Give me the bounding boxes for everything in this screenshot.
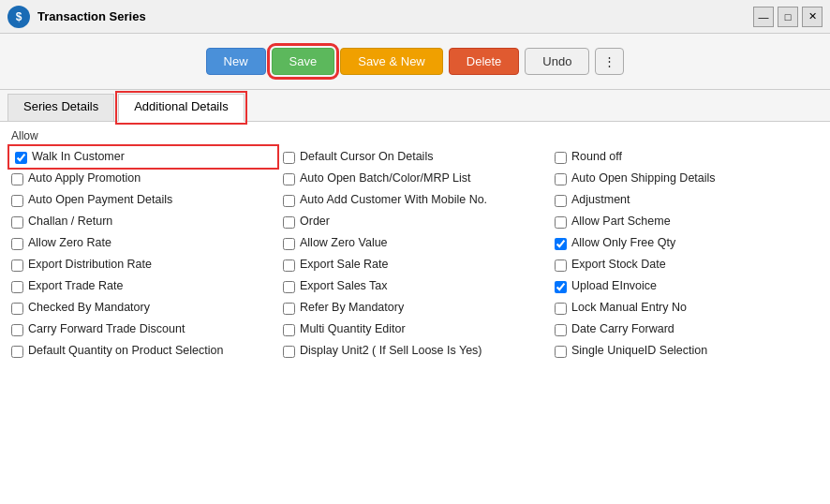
save-button[interactable]: Save [272, 48, 335, 75]
section-allow-label: Allow [11, 129, 819, 142]
checkbox-label-allow-zero-value: Allow Zero Value [300, 236, 388, 249]
checkbox-item-export-stock-date: Export Stock Date [555, 256, 819, 274]
window-controls: — □ ✕ [753, 7, 823, 27]
checkbox-label-round-off: Round off [571, 150, 622, 163]
checkboxes-grid: Walk In CustomerDefault Cursor On Detail… [11, 148, 819, 360]
checkbox-item-auto-add-customer-mobile: Auto Add Customer With Mobile No. [283, 191, 547, 209]
checkbox-item-auto-open-shipping-details: Auto Open Shipping Details [555, 170, 819, 187]
checkbox-item-upload-einvoice: Upload EInvoice [555, 277, 819, 295]
checkbox-label-order: Order [300, 215, 330, 228]
more-button[interactable]: ⋮ [595, 48, 624, 75]
checkbox-item-checked-by-mandatory: Checked By Mandatory [11, 299, 275, 317]
tabs: Series Details Additional Details [0, 90, 830, 122]
checkbox-allow-zero-rate[interactable] [11, 238, 23, 250]
checkbox-item-auto-open-payment-details: Auto Open Payment Details [11, 191, 275, 209]
delete-button[interactable]: Delete [449, 48, 520, 75]
checkbox-label-allow-part-scheme: Allow Part Scheme [571, 215, 671, 228]
checkbox-item-export-trade-rate: Export Trade Rate [11, 277, 275, 295]
checkbox-item-carry-forward-trade-discount: Carry Forward Trade Discount [11, 320, 275, 338]
save-new-button[interactable]: Save & New [340, 48, 443, 75]
checkbox-upload-einvoice[interactable] [555, 281, 567, 293]
checkbox-refer-by-mandatory[interactable] [283, 303, 295, 315]
checkbox-item-allow-zero-rate: Allow Zero Rate [11, 234, 275, 252]
tab-additional-details[interactable]: Additional Details [118, 94, 244, 122]
checkbox-label-export-stock-date: Export Stock Date [571, 258, 666, 271]
checkbox-challan-return[interactable] [11, 216, 23, 229]
checkbox-export-distribution-rate[interactable] [11, 259, 23, 272]
checkbox-label-adjustment: Adjustment [571, 193, 630, 206]
checkbox-label-challan-return: Challan / Return [28, 215, 112, 228]
checkbox-walk-in-customer[interactable] [15, 152, 27, 164]
checkbox-item-auto-open-batch-color-mrp: Auto Open Batch/Color/MRP List [283, 170, 547, 187]
checkbox-label-export-trade-rate: Export Trade Rate [28, 279, 123, 292]
checkbox-label-auto-apply-promotion: Auto Apply Promotion [28, 171, 141, 185]
checkbox-label-walk-in-customer: Walk In Customer [32, 150, 125, 163]
checkbox-order[interactable] [283, 216, 295, 229]
app-logo: $ [7, 6, 30, 28]
checkbox-label-export-distribution-rate: Export Distribution Rate [28, 258, 152, 271]
checkbox-item-export-distribution-rate: Export Distribution Rate [11, 256, 275, 274]
maximize-button[interactable]: □ [778, 7, 798, 27]
checkbox-label-export-sale-rate: Export Sale Rate [300, 258, 389, 271]
tab-series-details[interactable]: Series Details [7, 94, 114, 121]
checkbox-export-sale-rate[interactable] [283, 259, 295, 272]
checkbox-date-carry-forward[interactable] [555, 324, 567, 336]
checkbox-label-auto-open-shipping-details: Auto Open Shipping Details [571, 171, 716, 185]
checkbox-label-date-carry-forward: Date Carry Forward [571, 322, 674, 335]
checkbox-label-allow-zero-rate: Allow Zero Rate [28, 236, 111, 249]
checkbox-label-auto-open-batch-color-mrp: Auto Open Batch/Color/MRP List [300, 171, 471, 185]
checkbox-label-display-unit2: Display Unit2 ( If Sell Loose Is Yes) [300, 344, 482, 357]
checkbox-item-export-sale-rate: Export Sale Rate [283, 256, 547, 274]
app-title: Transaction Series [37, 9, 753, 23]
checkbox-label-default-qty-product-selection: Default Quantity on Product Selection [28, 344, 223, 357]
checkbox-export-trade-rate[interactable] [11, 281, 23, 293]
checkbox-auto-apply-promotion[interactable] [11, 173, 23, 185]
checkbox-multi-quantity-editor[interactable] [283, 324, 295, 336]
checkbox-auto-open-payment-details[interactable] [11, 195, 23, 207]
checkbox-label-allow-only-free-qty: Allow Only Free Qty [571, 236, 675, 249]
checkbox-item-walk-in-customer: Walk In Customer [11, 148, 275, 166]
checkbox-label-multi-quantity-editor: Multi Quantity Editor [300, 322, 406, 335]
checkbox-item-allow-part-scheme: Allow Part Scheme [555, 213, 819, 230]
checkbox-allow-only-free-qty[interactable] [555, 238, 567, 250]
checkbox-item-display-unit2: Display Unit2 ( If Sell Loose Is Yes) [283, 342, 547, 360]
checkbox-adjustment[interactable] [555, 195, 567, 207]
checkbox-lock-manual-entry-no[interactable] [555, 303, 567, 315]
checkbox-export-stock-date[interactable] [555, 259, 567, 272]
undo-button[interactable]: Undo [525, 48, 589, 75]
checkbox-round-off[interactable] [555, 152, 567, 164]
checkbox-label-refer-by-mandatory: Refer By Mandatory [300, 301, 404, 314]
toolbar: New Save Save & New Delete Undo ⋮ [0, 34, 830, 90]
checkbox-label-auto-open-payment-details: Auto Open Payment Details [28, 193, 172, 206]
checkbox-label-checked-by-mandatory: Checked By Mandatory [28, 301, 150, 314]
checkbox-default-qty-product-selection[interactable] [11, 346, 23, 358]
checkbox-item-round-off: Round off [555, 148, 819, 166]
new-button[interactable]: New [206, 48, 266, 75]
checkbox-item-default-cursor-on-details: Default Cursor On Details [283, 148, 547, 166]
checkbox-auto-add-customer-mobile[interactable] [283, 195, 295, 207]
checkbox-item-export-sales-tax: Export Sales Tax [283, 277, 547, 295]
checkbox-item-multi-quantity-editor: Multi Quantity Editor [283, 320, 547, 338]
checkbox-item-allow-zero-value: Allow Zero Value [283, 234, 547, 252]
checkbox-item-lock-manual-entry-no: Lock Manual Entry No [555, 299, 819, 317]
checkbox-allow-zero-value[interactable] [283, 238, 295, 250]
title-bar: $ Transaction Series — □ ✕ [0, 0, 830, 34]
checkbox-auto-open-batch-color-mrp[interactable] [283, 173, 295, 185]
checkbox-display-unit2[interactable] [283, 346, 295, 358]
checkbox-label-upload-einvoice: Upload EInvoice [571, 279, 657, 292]
checkbox-label-default-cursor-on-details: Default Cursor On Details [300, 150, 433, 163]
checkbox-checked-by-mandatory[interactable] [11, 303, 23, 315]
close-button[interactable]: ✕ [802, 7, 823, 27]
checkbox-item-single-uniqueid-selection: Single UniqueID Selection [555, 342, 819, 360]
checkbox-single-uniqueid-selection[interactable] [555, 346, 567, 358]
checkbox-carry-forward-trade-discount[interactable] [11, 324, 23, 336]
checkbox-default-cursor-on-details[interactable] [283, 152, 295, 164]
checkbox-label-single-uniqueid-selection: Single UniqueID Selection [571, 344, 707, 357]
checkbox-allow-part-scheme[interactable] [555, 216, 567, 229]
checkbox-label-carry-forward-trade-discount: Carry Forward Trade Discount [28, 322, 185, 335]
checkbox-item-challan-return: Challan / Return [11, 213, 275, 230]
checkbox-auto-open-shipping-details[interactable] [555, 173, 567, 185]
minimize-button[interactable]: — [753, 7, 774, 27]
checkbox-export-sales-tax[interactable] [283, 281, 295, 293]
checkbox-item-order: Order [283, 213, 547, 230]
